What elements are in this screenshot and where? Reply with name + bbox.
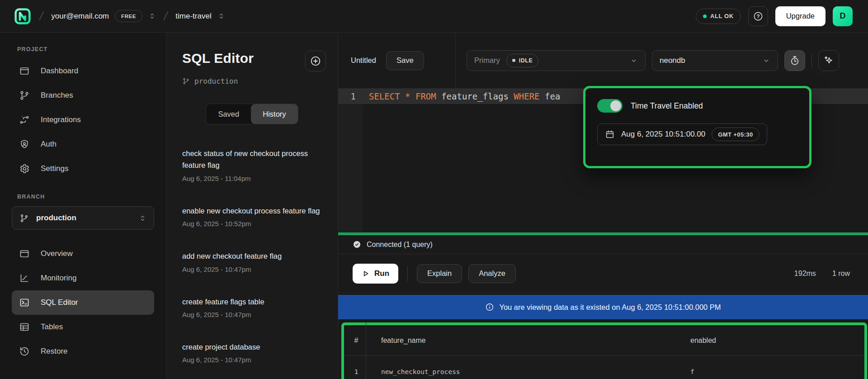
analyze-button[interactable]: Analyze	[468, 264, 516, 283]
history-icon	[19, 346, 30, 357]
shield-user-icon	[19, 139, 30, 150]
help-button[interactable]: ?	[748, 6, 768, 26]
time-travel-button[interactable]	[784, 50, 805, 71]
row-count: 1 row	[832, 270, 850, 278]
database-select[interactable]: neondb	[652, 50, 778, 71]
sidebar-item-label: Integrations	[41, 115, 81, 124]
time-travel-banner: You are viewing data as it existed on Au…	[338, 295, 868, 319]
sql-editor-panel: SQL Editor production Saved History chec…	[166, 33, 338, 379]
sidebar-item-label: Restore	[41, 347, 68, 356]
history-item-date: Aug 6, 2025 - 11:04pm	[182, 175, 325, 182]
results-panel: Connected (1 query) Run Explain Analyze …	[338, 235, 868, 379]
query-tab-title[interactable]: Untitled	[351, 56, 376, 65]
results-table-wrap: # feature_name enabled 1 new_checkout_pr…	[338, 319, 868, 379]
results-table: # feature_name enabled 1 new_checkout_pr…	[341, 322, 867, 379]
toolbar-divider	[811, 54, 812, 67]
sidebar-item-label: SQL Editor	[41, 298, 78, 307]
sidebar-item-restore[interactable]: Restore	[12, 339, 154, 364]
sidebar-item-label: Branches	[41, 91, 73, 100]
new-query-button[interactable]	[305, 51, 326, 71]
history-item[interactable]: add new checkout feature flag Aug 6, 202…	[166, 242, 338, 281]
tab-saved[interactable]: Saved	[206, 104, 251, 124]
sidebar-item-label: Tables	[41, 322, 63, 332]
ai-sparkle-button[interactable]	[818, 50, 839, 71]
compute-select-value: Primary	[474, 56, 500, 65]
time-travel-toggle[interactable]	[597, 99, 623, 113]
calendar-icon	[605, 129, 615, 139]
org-switcher[interactable]: your@email.com FREE	[51, 10, 156, 22]
history-item-title: enable new checkout process feature flag	[182, 205, 325, 217]
saved-history-tabs: Saved History	[206, 104, 298, 124]
chevron-updown-icon[interactable]	[148, 12, 156, 20]
run-button-label: Run	[374, 269, 389, 278]
compute-select[interactable]: Primary IDLE	[467, 50, 646, 71]
branch-selector[interactable]: production	[12, 206, 154, 230]
sidebar-item-integrations[interactable]: Integrations	[12, 108, 154, 132]
cell-feature-name: new_checkout_process	[368, 368, 690, 375]
column-separator	[366, 322, 366, 379]
app-header: / your@email.com FREE / time-travel ALL …	[0, 0, 868, 33]
history-item[interactable]: enable new checkout process feature flag…	[166, 196, 338, 236]
integrations-icon	[19, 114, 30, 125]
chevron-updown-icon[interactable]	[217, 12, 225, 20]
plan-badge: FREE	[115, 10, 142, 22]
check-circle-icon	[353, 240, 361, 249]
table-icon	[19, 322, 30, 332]
status-dot-icon	[703, 14, 707, 18]
timezone-badge: GMT +05:30	[712, 128, 759, 141]
time-travel-datetime-field[interactable]: Aug 6, 2025 10:51:00.00 GMT +05:30	[597, 123, 767, 145]
sidebar-item-settings[interactable]: Settings	[12, 156, 154, 181]
sidebar-item-auth[interactable]: Auth	[12, 132, 154, 156]
sql-query-text: SELECT * FROM feature_flags WHERE fea	[363, 91, 560, 101]
history-item[interactable]: create feature flags table Aug 6, 2025 -…	[166, 287, 338, 327]
page-title: SQL Editor	[182, 51, 254, 66]
sidebar-item-label: Overview	[41, 249, 73, 258]
sidebar-item-label: Auth	[41, 140, 57, 149]
history-item-date: Aug 6, 2025 - 10:47pm	[182, 265, 325, 273]
sidebar-item-tables[interactable]: Tables	[12, 315, 154, 339]
neon-logo-icon[interactable]	[14, 7, 32, 25]
column-header-feature-name: feature_name	[368, 336, 690, 345]
history-item-title: create project database	[182, 341, 325, 353]
editor-gutter	[338, 89, 363, 232]
history-item[interactable]: create project database Aug 6, 2025 - 10…	[166, 332, 338, 372]
branch-section-label: BRANCH	[17, 194, 166, 200]
git-branch-icon	[19, 213, 29, 223]
line-number: 1	[338, 91, 363, 101]
table-row: 1 new_checkout_process f	[344, 356, 864, 379]
window-icon	[19, 66, 30, 76]
sidebar-item-label: Monitoring	[41, 274, 76, 283]
history-item[interactable]: check status of new checkout process fea…	[166, 139, 338, 191]
sidebar-item-monitoring[interactable]: Monitoring	[12, 266, 154, 290]
avatar[interactable]: D	[833, 6, 853, 26]
toolbar-divider	[407, 266, 408, 281]
save-button[interactable]: Save	[386, 51, 424, 70]
column-header-index: #	[354, 336, 359, 345]
database-select-value: neondb	[660, 56, 685, 65]
status-badge[interactable]: ALL OK	[696, 9, 741, 24]
history-item-title: check status of new checkout process fea…	[182, 147, 325, 171]
cell-enabled: f	[690, 368, 864, 375]
sidebar-item-overview[interactable]: Overview	[12, 242, 154, 266]
breadcrumb-separator: /	[38, 9, 45, 23]
sidebar-item-branches[interactable]: Branches	[12, 83, 154, 108]
panel-branch-name: production	[194, 77, 238, 85]
tab-history[interactable]: History	[251, 104, 297, 124]
sidebar-item-label: Settings	[41, 164, 68, 173]
column-header-enabled: enabled	[690, 336, 864, 345]
editor-topbar: Untitled Save Primary IDLE neondb	[338, 33, 868, 89]
chevron-down-icon	[630, 57, 638, 65]
idle-dot-icon	[512, 59, 515, 62]
sidebar-item-sql-editor[interactable]: SQL Editor	[12, 290, 154, 315]
table-header-row: # feature_name enabled	[344, 325, 864, 356]
sidebar-item-dashboard[interactable]: Dashboard	[12, 59, 154, 83]
sidebar: PROJECT Dashboard Branches Integrations …	[0, 33, 166, 379]
git-branch-icon	[19, 90, 30, 101]
upgrade-button[interactable]: Upgrade	[775, 6, 826, 26]
run-button[interactable]: Run	[353, 264, 398, 284]
project-switcher[interactable]: time-travel	[175, 12, 225, 21]
project-section-label: PROJECT	[17, 46, 166, 52]
time-travel-banner-text: You are viewing data as it existed on Au…	[499, 303, 721, 312]
time-travel-popup: Time Travel Enabled Aug 6, 2025 10:51:00…	[583, 86, 811, 168]
explain-button[interactable]: Explain	[417, 264, 462, 283]
